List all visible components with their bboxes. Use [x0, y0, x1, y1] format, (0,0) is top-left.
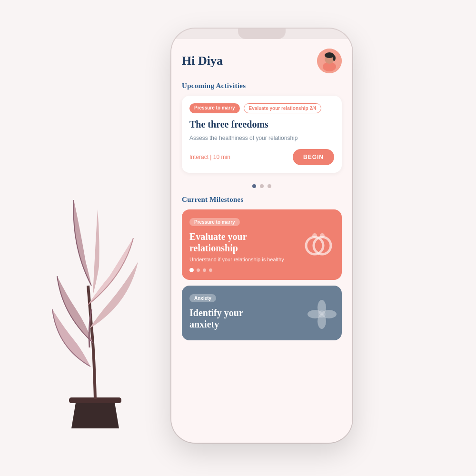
- svg-point-8: [320, 233, 325, 238]
- milestone-tag-pressure: Pressure to marry: [189, 218, 240, 226]
- svg-point-13: [318, 310, 326, 318]
- m-dot-1: [189, 268, 194, 272]
- m-dot-4: [209, 268, 212, 272]
- svg-point-7: [312, 233, 317, 238]
- tag-evaluate: Evaluate your relationship 2/4: [244, 103, 322, 113]
- card-title: The three freedoms: [189, 119, 334, 130]
- dot-2[interactable]: [260, 184, 264, 188]
- activity-card: Pressure to marry Evaluate your relation…: [182, 96, 342, 173]
- m-dot-3: [203, 268, 206, 272]
- flower-icon: [307, 299, 335, 327]
- avatar[interactable]: [317, 49, 342, 73]
- card-meta: Interact | 10 min: [189, 154, 230, 160]
- milestone-progress-dots: [189, 268, 334, 272]
- dot-1[interactable]: [252, 184, 256, 188]
- svg-point-3: [325, 52, 334, 58]
- greeting-text: Hi Diya: [182, 54, 223, 68]
- phone-mockup: Hi Diya Upcoming Activities Pressur: [171, 29, 352, 443]
- tag-pressure: Pressure to marry: [189, 103, 240, 113]
- svg-point-4: [333, 55, 336, 61]
- m-dot-2: [197, 268, 200, 272]
- dot-3[interactable]: [268, 184, 271, 188]
- milestones-section: Current Milestones Pressure to marry Eva…: [182, 196, 342, 443]
- rings-icon: [302, 228, 335, 261]
- carousel-dots: [182, 184, 342, 188]
- phone-notch: [238, 29, 286, 39]
- milestone-tag-anxiety: Anxiety: [189, 294, 216, 302]
- milestone-card-anxiety[interactable]: Anxiety Identify youranxiety: [182, 286, 342, 340]
- card-footer: Interact | 10 min BEGIN: [189, 149, 334, 165]
- header: Hi Diya: [182, 49, 342, 73]
- milestones-section-title: Current Milestones: [182, 196, 342, 204]
- card-description: Assess the healthiness of your relations…: [189, 134, 334, 142]
- upcoming-section-title: Upcoming Activities: [182, 82, 342, 90]
- plant-decoration: [29, 162, 162, 438]
- card-tags: Pressure to marry Evaluate your relation…: [189, 103, 334, 113]
- phone-screen: Hi Diya Upcoming Activities Pressur: [171, 39, 352, 443]
- milestone-card-relationship[interactable]: Pressure to marry Evaluate yourrelations…: [182, 209, 342, 280]
- begin-button[interactable]: BEGIN: [293, 149, 334, 165]
